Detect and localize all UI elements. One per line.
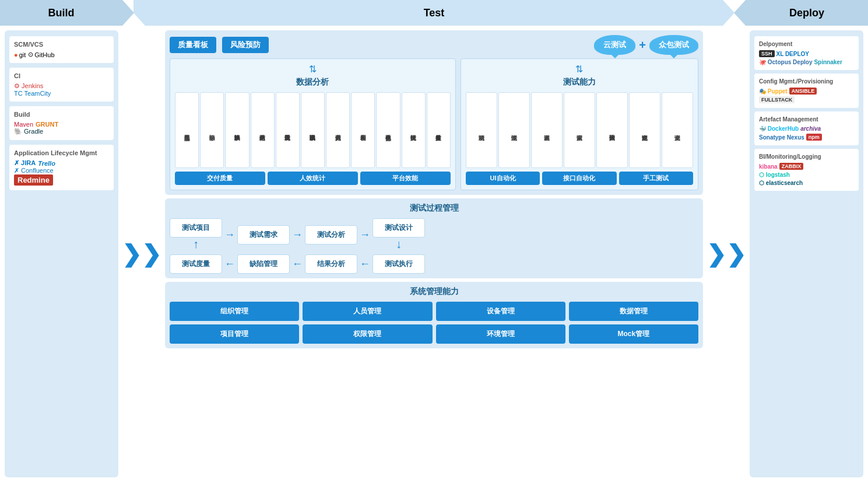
test-center: 质量看板 风险预防 云测试 + 众包测试 ⇅ 数据分析	[165, 30, 703, 477]
redmine-row: Redmine	[14, 174, 109, 186]
ui-automation-btn: UI自动化	[466, 172, 540, 185]
col-risk-coverage: 风险覆盖度	[175, 92, 199, 168]
config-brands: 🎭 Puppet ANSIBLE	[759, 88, 854, 95]
sys-org[interactable]: 组织管理	[170, 302, 299, 321]
brand-ssh: SSH	[759, 50, 775, 57]
crowdsource-bubble: 众包测试	[649, 35, 698, 55]
flow-result-analysis: 结果分析	[305, 254, 357, 274]
system-grid: 组织管理 人员管理 设备管理 数据管理 项目管理 权限管理 环境管理 Mock管…	[170, 302, 698, 344]
header-test: Test	[133, 0, 735, 26]
config-section: Config Mgmt./Provisioning 🎭 Puppet ANSIB…	[754, 74, 859, 108]
data-analysis-panel: ⇅ 数据分析 风险覆盖度 缺陷分布 缺陷解决效率 测试结果分布 测试工作量统计 …	[170, 58, 456, 190]
platform-perf-label: 平台效能	[360, 172, 451, 185]
brand-elasticsearch: ⬡ elasticsearch	[759, 180, 803, 186]
top-controls-row: 质量看板 风险预防 云测试 + 众包测试	[170, 35, 698, 55]
sys-device[interactable]: 设备管理	[436, 302, 565, 321]
manual-test-btn: 手工测试	[619, 172, 693, 185]
brand-zabbix: ZABBIX	[779, 163, 804, 170]
brand-octopus: 🐙 Octopus Deploy	[759, 59, 812, 65]
brand-grunt: GRUNT	[36, 121, 58, 128]
brand-confluence: ✗ Confluence	[14, 167, 54, 174]
flow-row-2: 测试度量 ← 缺陷管理 ← 结果分析 ← 测试执行	[170, 254, 698, 274]
updown-arrows: ⇅	[175, 64, 451, 75]
arrow-test-to-deploy: ❯❯	[707, 30, 746, 477]
ci-section: CI ⚙ Jenkins TC TeamCity	[9, 68, 114, 102]
brand-ansible: ANSIBLE	[789, 88, 817, 95]
data-analysis-cols: 风险覆盖度 缺陷分布 缺陷解决效率 测试结果分布 测试工作量统计 测试缺陷发现率…	[175, 92, 451, 168]
arrow-4: ←	[224, 258, 235, 270]
build-tools-section: Build Maven GRUNT 🐘 Gradle	[9, 106, 114, 140]
col-test-workload: 测试工作量统计	[276, 92, 300, 168]
fullstack-row: FULLSTACK	[759, 96, 854, 103]
arrow-1: →	[224, 229, 235, 241]
build-tools-label: Build	[14, 111, 109, 118]
sys-mock[interactable]: Mock管理	[569, 324, 698, 344]
col-device-util: 设备利用率	[351, 92, 375, 168]
brand-puppet: 🎭 Puppet	[759, 88, 788, 95]
brand-maven: Maven	[14, 121, 33, 128]
cap-perf: 性能测试	[498, 92, 530, 168]
git-icon: ●	[14, 51, 18, 58]
main-layout: SCM/VCS ● git ⊙ GitHub CI ⚙ Jenkins TC T…	[0, 26, 868, 482]
arrow-2: →	[292, 229, 303, 241]
process-section: 测试过程管理 测试项目 ↑ → 测试需求 → 测试分析 → 测试设计 ↓	[165, 198, 703, 278]
cap-ux: 用户体验测试	[596, 92, 628, 168]
capability-title: 测试能力	[466, 77, 693, 88]
artefact-label: Artefact Management	[759, 116, 854, 123]
capability-bottom-row: UI自动化 接口自动化 手工测试	[466, 172, 693, 185]
flow-test-project: 测试项目	[170, 218, 222, 237]
cloud-test-bubble: 云测试	[594, 35, 635, 55]
sys-env[interactable]: 环境管理	[436, 324, 565, 344]
flow-test-exec: 测试执行	[372, 254, 425, 274]
col-test-results: 测试结果分布	[251, 92, 275, 168]
cap-stability: 稳定性测试	[629, 92, 660, 168]
delivery-quality-label: 交付质量	[175, 172, 265, 185]
flow-test-design: 测试设计	[372, 218, 425, 237]
alm-section: Application Lifecycle Mgmt ✗ JIRA Trello…	[9, 145, 114, 190]
process-title: 测试过程管理	[170, 203, 698, 214]
scm-brands: ● git ⊙ GitHub	[14, 51, 109, 58]
nexus-row: Sonatype Nexus npm	[759, 134, 854, 141]
brand-kibana: kibana	[759, 163, 778, 170]
brand-spinnaker: Spinnaker	[814, 59, 842, 65]
col-defect-resolution: 缺陷解决效率	[225, 92, 249, 168]
col-staff-score: 测试人员打分	[326, 92, 350, 168]
elastic-row: ⬡ elasticsearch	[759, 180, 854, 186]
col-auto-coverage: 自动化覆盖率	[376, 92, 400, 168]
quality-board-btn[interactable]: 质量看板	[170, 37, 216, 53]
confluence-row: ✗ Confluence	[14, 167, 109, 174]
brand-archiva: archiva	[800, 125, 821, 132]
brand-fullstack: FULLSTACK	[759, 96, 795, 103]
flow-row-1: 测试项目 ↑ → 测试需求 → 测试分析 → 测试设计 ↓	[170, 218, 698, 251]
monitoring-label: BI/Monitoring/Logging	[759, 153, 854, 160]
flow-test-req: 测试需求	[237, 225, 290, 245]
col-defect-dist: 缺陷分布	[200, 92, 224, 168]
cap-updown-arrows: ⇅	[466, 64, 693, 75]
risk-prevention-btn[interactable]: 风险预防	[222, 37, 269, 53]
api-automation-btn: 接口自动化	[542, 172, 616, 185]
flow-test-measure: 测试度量	[170, 254, 222, 274]
brand-nexus: Sonatype Nexus	[759, 134, 804, 141]
sys-staff[interactable]: 人员管理	[303, 302, 432, 321]
system-section: 系统管理能力 组织管理 人员管理 设备管理 数据管理 项目管理 权限管理 环境管…	[165, 282, 703, 348]
cap-func: 功能测试	[466, 92, 497, 168]
header-row: Build Test Deploy	[0, 0, 868, 26]
brand-trello: Trello	[38, 160, 55, 167]
arrow-5: ←	[292, 258, 303, 270]
teamcity-row: TC TeamCity	[14, 90, 109, 97]
cap-explore: 探索测试	[564, 92, 595, 168]
sys-permission[interactable]: 权限管理	[303, 324, 432, 344]
config-label: Config Mgmt./Provisioning	[759, 78, 854, 85]
sys-data[interactable]: 数据管理	[569, 302, 698, 321]
col-defect-discovery: 测试缺陷发现率	[301, 92, 325, 168]
arrow-6: ←	[360, 258, 370, 270]
arrow-build-to-test: ❯❯	[122, 30, 161, 477]
brand-xldeploy: XL DEPLOY	[776, 51, 810, 57]
brand-gradle: 🐘 Gradle	[14, 128, 43, 135]
data-analysis-title: 数据分析	[175, 77, 451, 88]
col-exec-stats: 测试执行统计	[402, 92, 426, 168]
flow-test-analysis: 测试分析	[305, 225, 357, 245]
scm-section: SCM/VCS ● git ⊙ GitHub	[9, 36, 114, 63]
brand-logstash: ⬡ logstash	[759, 172, 790, 178]
sys-project[interactable]: 项目管理	[170, 324, 299, 344]
